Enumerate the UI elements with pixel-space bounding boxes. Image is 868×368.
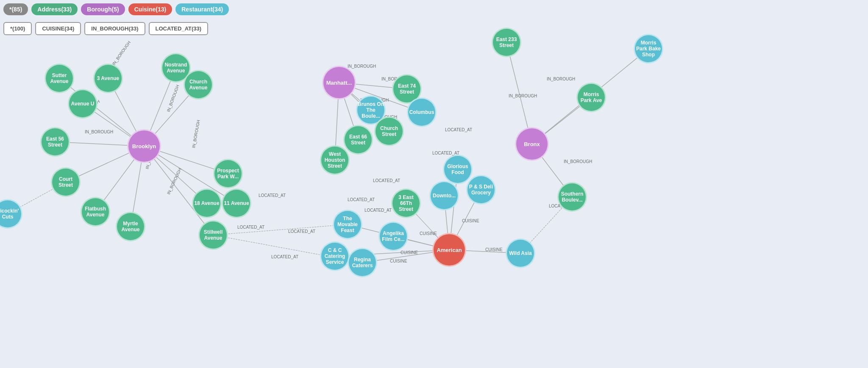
svg-text:CUISINE: CUISINE bbox=[485, 247, 503, 252]
svg-text:CUISINE: CUISINE bbox=[390, 259, 407, 263]
node-bronx[interactable]: Bronx bbox=[515, 127, 549, 161]
node-regina[interactable]: Regina Caterers bbox=[348, 248, 377, 277]
filter-borough[interactable]: Borough(5) bbox=[81, 3, 125, 15]
node-court_st[interactable]: Court Street bbox=[51, 167, 81, 197]
svg-text:IN_BOROUGH: IN_BOROUGH bbox=[547, 77, 575, 81]
node-cc_catering[interactable]: C & C Catering Service bbox=[320, 241, 350, 271]
node-southern_blvd[interactable]: Southern Boulev... bbox=[557, 182, 587, 212]
node-east56[interactable]: East 56 Street bbox=[40, 127, 70, 157]
node-11_avenue[interactable]: 11 Avenue bbox=[222, 188, 251, 218]
node-morris_park[interactable]: Morris Park Ave bbox=[576, 83, 606, 112]
filter-cuisine-count[interactable]: CUISINE(34) bbox=[35, 22, 81, 35]
svg-text:LOCATED_AT: LOCATED_AT bbox=[348, 197, 375, 202]
filter-restaurant[interactable]: Restaurant(34) bbox=[175, 3, 229, 15]
svg-text:LOCATED_AT: LOCATED_AT bbox=[373, 178, 400, 183]
svg-text:LOCATED_AT: LOCATED_AT bbox=[445, 127, 472, 132]
svg-text:CUISINE: CUISINE bbox=[462, 219, 479, 223]
node-myrtle_ave[interactable]: Myrtle Avenue bbox=[116, 212, 145, 241]
node-manhattan[interactable]: Manhatt... bbox=[322, 66, 356, 100]
svg-text:IN_BOROUGH: IN_BOROUGH bbox=[166, 167, 182, 195]
svg-text:IN_BOROUGH: IN_BOROUGH bbox=[348, 64, 376, 69]
graph-canvas: IN_BOROUGH IN_BOROUGH IN_BOROUGH IN_BORO… bbox=[0, 0, 868, 368]
node-flatbush[interactable]: Flatbush Avenue bbox=[81, 197, 110, 227]
node-east_233[interactable]: East 233 Street bbox=[492, 28, 521, 57]
node-church_ave_bk[interactable]: Church Avenue bbox=[184, 70, 213, 100]
node-3_avenue[interactable]: 3 Avenue bbox=[93, 64, 123, 93]
svg-text:LOCATED_AT: LOCATED_AT bbox=[288, 229, 315, 234]
node-movable_feast[interactable]: The Movable Feast bbox=[333, 210, 362, 239]
node-brooklyn[interactable]: Brooklyn bbox=[127, 129, 161, 163]
node-columbus[interactable]: Columbus bbox=[407, 97, 437, 127]
filter-located-at-count[interactable]: LOCATED_AT(33) bbox=[149, 22, 209, 35]
svg-text:IN_BOROUGH: IN_BOROUGH bbox=[111, 40, 132, 66]
node-pns_deli[interactable]: P & S Deli Grocery bbox=[466, 175, 496, 205]
node-glorious_food[interactable]: Glorious Food bbox=[443, 155, 473, 184]
node-morris_park_bake[interactable]: Morris Park Bake Shop bbox=[634, 34, 663, 64]
filter-cuisine[interactable]: Cuisine(13) bbox=[128, 3, 172, 15]
node-stillwell[interactable]: Stillwell Avenue bbox=[198, 220, 228, 250]
svg-text:IN_BOROUGH: IN_BOROUGH bbox=[509, 94, 537, 98]
svg-line-32 bbox=[213, 224, 348, 235]
filter-bar-bottom: *(100) CUISINE(34) IN_BOROUGH(33) LOCATE… bbox=[3, 22, 208, 35]
svg-text:CUISINE: CUISINE bbox=[401, 250, 418, 255]
svg-text:LOCATED_AT: LOCATED_AT bbox=[259, 193, 286, 198]
node-18_avenue[interactable]: 18 Avenue bbox=[192, 188, 222, 218]
filter-bar-top: *(85) Address(33) Borough(5) Cuisine(13)… bbox=[3, 3, 229, 15]
svg-text:IN_BOROUGH: IN_BOROUGH bbox=[191, 119, 201, 148]
node-american[interactable]: American bbox=[432, 233, 466, 267]
filter-address[interactable]: Address(33) bbox=[31, 3, 78, 15]
node-west_houston[interactable]: West Houston Street bbox=[320, 145, 350, 175]
node-angelika[interactable]: Angelika Film Ce... bbox=[378, 221, 408, 251]
filter-count-all[interactable]: *(100) bbox=[3, 22, 32, 35]
node-avenue_u[interactable]: Avenue U bbox=[68, 89, 97, 119]
svg-text:LOCATED_AT: LOCATED_AT bbox=[364, 208, 392, 213]
svg-text:IN_BOROUGH: IN_BOROUGH bbox=[564, 159, 592, 164]
svg-text:IN_BOROUGH: IN_BOROUGH bbox=[85, 130, 113, 134]
svg-text:LOCATED_AT: LOCATED_AT bbox=[271, 255, 298, 259]
node-prospect_pk[interactable]: Prospect Park W... bbox=[213, 159, 243, 188]
node-3_east_66[interactable]: 3 East 66Th Street bbox=[391, 188, 421, 218]
node-downtown[interactable]: Downto... bbox=[429, 181, 459, 210]
node-sutter_ave[interactable]: Sutter Avenue bbox=[45, 64, 74, 93]
svg-text:LOCATED_AT: LOCATED_AT bbox=[237, 225, 264, 230]
filter-all[interactable]: *(85) bbox=[3, 3, 28, 15]
node-wild_asia[interactable]: Wild Asia bbox=[506, 238, 535, 268]
filter-in-borough-count[interactable]: IN_BOROUGH(33) bbox=[84, 22, 145, 35]
node-east66[interactable]: East 66 Street bbox=[343, 125, 373, 155]
node-church_st[interactable]: Church Street bbox=[374, 116, 404, 146]
svg-text:CUISINE: CUISINE bbox=[420, 231, 437, 236]
